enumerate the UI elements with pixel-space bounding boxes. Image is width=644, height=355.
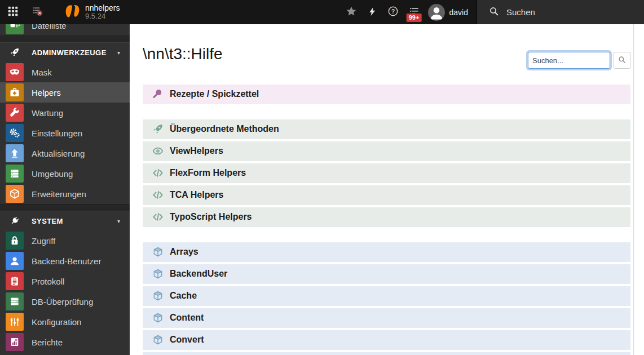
sidebar-item-label: Berichte [32,338,63,347]
help-button[interactable]: ? [383,0,404,24]
row-label: Arrays [170,247,199,257]
sidebar-item-berichte[interactable]: Berichte [0,332,130,352]
package-icon [152,268,164,279]
row-viewhelpers[interactable]: ViewHelpers [143,141,630,161]
extension-name: nnhelpers [85,3,120,12]
module-menu-button[interactable] [0,0,25,24]
row-label: TypoScript Helpers [170,212,252,222]
scrollbar-track[interactable] [633,24,634,355]
row-partial[interactable] [143,352,630,355]
sidebar-item-mask[interactable]: Mask [0,62,130,82]
sidebar-item-backend-benutzer[interactable]: Backend-Benutzer [0,251,130,271]
row-label: Convert [170,335,204,345]
magnifier-icon [152,88,164,100]
opendocs-close-button[interactable] [25,0,50,24]
bookmark-star-icon [346,6,357,19]
sidebar-item-label: Einstellungen [32,128,82,138]
row-tca-helpers[interactable]: TCA Helpers [143,185,630,205]
row-bergeordnete-methoden[interactable]: Übergeordnete Methoden [143,119,630,139]
sidebar-item-label: Mask [32,68,52,77]
module-search [528,52,630,69]
plug-icon [6,216,24,226]
sidebar-section-divider [0,36,130,43]
extension-version: 9.5.24 [85,12,120,21]
report-icon [6,333,24,351]
database-icon [6,292,24,310]
sidebar-item-label: Dateiliste [32,24,67,30]
status-badge: 99+ [407,14,422,22]
lock-icon [6,232,24,250]
sidebar-section-label: SYSTEM [32,217,117,225]
row-label: TCA Helpers [170,190,223,200]
app-logo[interactable]: nnhelpers 9.5.24 [65,0,120,24]
sidebar-section-adminwerkzeuge[interactable]: ADMINWERKZEUGE▾ [0,43,130,62]
sidebar-item-label: Zugriff [32,236,55,246]
sidebar-item-wartung[interactable]: Wartung [0,103,130,123]
package-icon [152,290,164,301]
helper-group-pink: Rezepte / Spickzettel [143,85,630,104]
rocket-icon [152,123,164,135]
row-label: BackendUser [170,269,227,279]
chevron-down-icon: ▾ [117,50,120,56]
helper-list: Rezepte / SpickzettelÜbergeordnete Metho… [143,85,630,355]
row-label: Übergeordnete Methoden [170,124,279,134]
sidebar-item-helpers[interactable]: Helpers [0,82,130,103]
username: david [449,8,468,17]
opendocs-button[interactable]: 99+ [404,0,425,24]
rocket-icon [6,47,24,57]
row-label: ViewHelpers [170,146,223,156]
row-rezepte-spickzettel[interactable]: Rezepte / Spickzettel [143,85,630,104]
sidebar-item-zugriff[interactable]: Zugriff [0,230,130,251]
chevron-down-icon: ▾ [117,218,120,224]
topbar-search-label: Suchen [506,7,535,17]
sidebar-nav: DateilisteADMINWERKZEUGE▾MaskHelpersWart… [0,24,130,355]
sidebar-item-aktualisierung[interactable]: Aktualisierung [0,143,130,163]
bookmarks-button[interactable] [341,0,362,24]
code-icon [152,189,164,201]
sidebar-item-db-berpr-fung[interactable]: DB-Überprüfung [0,291,130,312]
package-icon [152,246,164,258]
search-icon [489,6,499,19]
row-label: Cache [170,291,197,301]
sidebar-section-system[interactable]: SYSTEM▾ [0,211,130,230]
row-label: Rezepte / Spickzettel [170,89,259,99]
row-convert[interactable]: Convert [143,330,630,350]
sidebar-item-label: Helpers [32,88,61,97]
server-icon [6,165,24,183]
row-arrays[interactable]: Arrays [143,242,630,262]
row-content[interactable]: Content [143,308,630,328]
sidebar-item-dateiliste[interactable]: Dateiliste [0,24,130,36]
help-icon: ? [387,6,399,19]
sidebar-item-label: Wartung [32,108,63,118]
user-icon [6,252,24,270]
sidebar-item-konfiguration[interactable]: Konfiguration [0,312,130,332]
filelist-icon [6,24,24,34]
sidebar-item-erweiterungen[interactable]: Erweiterungen [0,184,130,204]
row-flexform-helpers[interactable]: FlexForm Helpers [143,163,630,183]
row-typoscript-helpers[interactable]: TypoScript Helpers [143,207,630,227]
sidebar-item-label: Umgebung [32,169,73,179]
topbar-search[interactable]: Suchen [477,0,644,24]
mask-icon [6,63,24,81]
clear-cache-button[interactable] [362,0,383,24]
sidebar-item-umgebung[interactable]: Umgebung [0,163,130,184]
opendocs-close-icon [32,6,43,19]
wrench-icon [6,104,24,122]
gears-icon [6,124,24,142]
module-menu-grid-icon [7,6,19,19]
svg-text:?: ? [391,8,395,15]
sidebar-item-einstellungen[interactable]: Einstellungen [0,123,130,143]
search-submit-button[interactable] [614,52,630,69]
sidebar-item-label: Protokoll [32,277,64,286]
sidebar-item-label: Erweiterungen [32,189,86,199]
user-menu[interactable]: david [425,4,477,21]
row-cache[interactable]: Cache [143,286,630,306]
search-input[interactable] [528,52,610,69]
topbar: nnhelpers 9.5.24 ? [0,0,644,24]
bolt-icon [368,7,377,18]
sidebar-item-protokoll[interactable]: Protokoll [0,271,130,291]
helper-group-green: Übergeordnete MethodenViewHelpersFlexFor… [143,119,630,227]
sidebar-item-label: Backend-Benutzer [32,256,101,266]
row-backenduser[interactable]: BackendUser [143,264,630,284]
search-icon [618,56,626,65]
